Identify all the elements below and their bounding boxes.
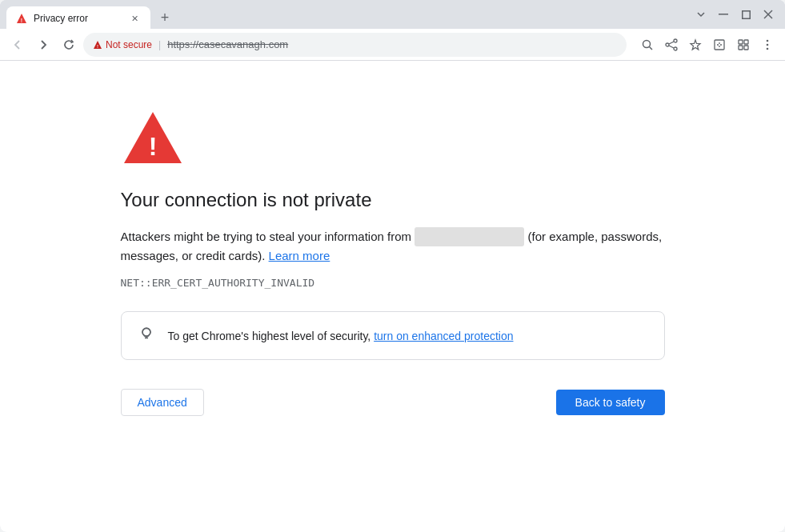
svg-point-21 [767, 39, 769, 42]
error-container: ! Your connection is not private Attacke… [121, 109, 665, 416]
more-vert-icon [761, 38, 774, 51]
security-tip-text: To get Chrome's highest level of securit… [168, 330, 514, 342]
svg-point-8 [643, 40, 651, 47]
error-code: NET::ERR_CERT_AUTHORITY_INVALID [121, 277, 665, 289]
back-button[interactable] [6, 34, 29, 56]
svg-point-22 [767, 43, 769, 46]
tab-bar: ! Privacy error ✕ + [6, 0, 684, 29]
svg-rect-20 [744, 46, 748, 50]
bulb-icon [138, 325, 155, 346]
tab-favicon: ! [16, 13, 27, 24]
large-warning-icon: ! [121, 109, 185, 166]
share-button[interactable] [660, 34, 683, 56]
address-bar-row: ! Not secure | https://casecavanagh.com [0, 29, 785, 61]
star-icon [689, 38, 702, 51]
warning-icon: ! [93, 40, 102, 50]
svg-text:!: ! [21, 18, 22, 23]
svg-text:!: ! [148, 132, 157, 161]
window-controls [691, 4, 779, 25]
tab-grid-button[interactable] [732, 34, 755, 56]
page-content: ! Your connection is not private Attacke… [0, 61, 785, 532]
tab-close-button[interactable]: ✕ [128, 12, 141, 25]
bookmark-button[interactable] [684, 34, 707, 56]
learn-more-link[interactable]: Learn more [269, 249, 330, 262]
chevron-down-icon[interactable] [691, 4, 711, 25]
error-title: Your connection is not private [121, 189, 665, 211]
error-description: Attackers might be trying to steal your … [121, 227, 665, 266]
search-button[interactable] [636, 34, 659, 56]
not-secure-label: Not secure [106, 39, 152, 50]
svg-rect-2 [719, 14, 728, 15]
svg-point-11 [674, 47, 677, 50]
layout-icon [737, 38, 750, 51]
puzzle-icon [713, 38, 726, 51]
buttons-row: Advanced Back to safety [121, 389, 665, 416]
advanced-button[interactable]: Advanced [121, 389, 204, 416]
reload-button[interactable] [58, 34, 80, 56]
title-bar: ! Privacy error ✕ + [0, 0, 785, 29]
svg-rect-19 [739, 46, 743, 50]
back-to-safety-button[interactable]: Back to safety [556, 390, 665, 415]
svg-rect-17 [739, 40, 743, 44]
address-field[interactable]: ! Not secure | https://casecavanagh.com [83, 33, 627, 57]
not-secure-badge: ! Not secure [93, 39, 152, 50]
svg-point-10 [674, 39, 677, 42]
svg-line-14 [669, 46, 674, 48]
security-tip-box: To get Chrome's highest level of securit… [121, 311, 665, 360]
share-icon [665, 38, 678, 51]
menu-button[interactable] [756, 34, 779, 56]
close-window-button[interactable] [758, 4, 779, 25]
active-tab[interactable]: ! Privacy error ✕ [6, 6, 150, 30]
enhanced-protection-link[interactable]: turn on enhanced protection [374, 330, 513, 342]
svg-line-13 [669, 42, 674, 44]
minimize-button[interactable] [713, 4, 734, 25]
address-url: https://casecavanagh.com [167, 38, 288, 50]
new-tab-button[interactable]: + [154, 6, 176, 29]
maximize-button[interactable] [735, 4, 756, 25]
search-icon [641, 38, 654, 51]
address-right-icons [636, 34, 779, 56]
svg-rect-3 [742, 10, 750, 18]
security-tip-before: To get Chrome's highest level of securit… [168, 330, 374, 342]
browser-frame: ! Privacy error ✕ + [0, 0, 785, 532]
svg-point-12 [666, 43, 669, 46]
address-separator: | [158, 39, 161, 50]
svg-rect-16 [715, 40, 724, 50]
redacted-domain: casecavanagh.com [415, 227, 524, 246]
svg-line-9 [650, 46, 653, 50]
svg-rect-18 [744, 40, 748, 44]
warning-icon-wrapper: ! [121, 109, 665, 170]
tab-title: Privacy error [34, 13, 122, 24]
svg-marker-15 [691, 40, 700, 50]
forward-button[interactable] [32, 34, 54, 56]
svg-text:!: ! [97, 43, 98, 48]
error-desc-before: Attackers might be trying to steal your … [121, 230, 415, 243]
svg-point-23 [767, 47, 769, 50]
extensions-button[interactable] [708, 34, 731, 56]
